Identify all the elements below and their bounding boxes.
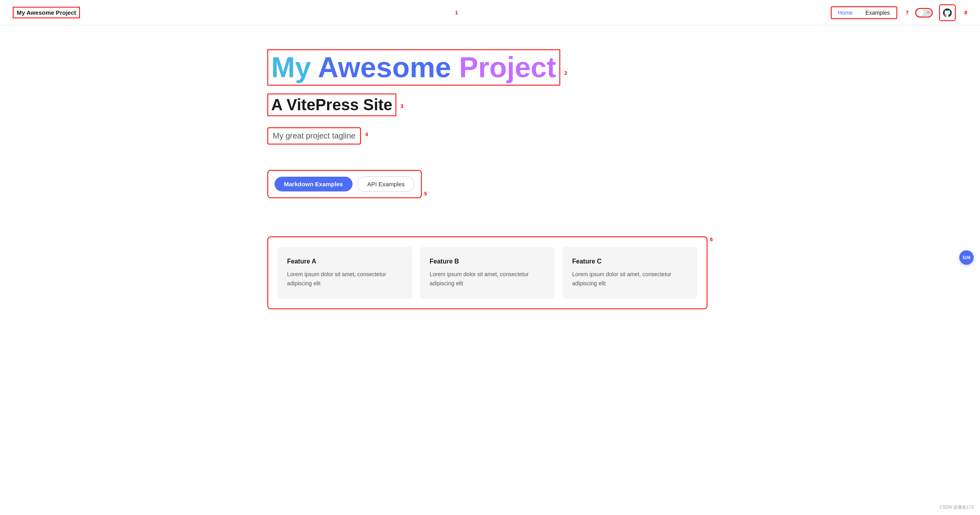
features-section: Feature A Lorem ipsum dolor sit amet, co… [267,236,708,309]
feature-b-description: Lorem ipsum dolor sit amet, consectetur … [430,270,545,288]
annotation-6: 6 [710,236,713,242]
hero-title-wrapper: My Awesome Project 2 [267,49,713,90]
annotation-7: 7 [906,10,909,16]
hero-tagline-wrapper: My great project tagline 4 [267,127,713,157]
github-button[interactable] [939,4,956,21]
footer-watermark: CSDN @鹿友173 [939,504,974,510]
feature-c-description: Lorem ipsum dolor sit amet, consectetur … [572,270,688,288]
hero-title-word-my: My [271,51,318,83]
sun-icon: ☀ [926,10,930,15]
brand-logo[interactable]: My Awesome Project [13,7,80,18]
btn-markdown-examples[interactable]: Markdown Examples [275,177,353,191]
navbar: My Awesome Project 1 Home Examples 7 ☀ 8 [0,0,980,25]
github-icon [943,8,952,17]
navbar-right: Home Examples 7 ☀ 8 [831,4,967,21]
annotation-4: 4 [365,131,368,137]
annotation-2: 2 [564,70,567,76]
main-content: My Awesome Project 2 A VitePress Site 3 … [251,25,729,341]
feature-card-c: Feature C Lorem ipsum dolor sit amet, co… [563,247,697,299]
floating-badge[interactable]: 51M [959,250,974,265]
hero-section: My Awesome Project 2 A VitePress Site 3 … [267,49,713,217]
annotation-5: 5 [424,191,427,197]
features-wrapper: Feature A Lorem ipsum dolor sit amet, co… [267,236,713,309]
feature-a-title: Feature A [287,258,403,265]
hero-title-word-awesome: Awesome [318,51,459,83]
feature-c-title: Feature C [572,258,688,265]
theme-toggle[interactable]: ☀ [915,8,933,18]
nav-link-examples[interactable]: Examples [859,7,896,18]
btn-api-examples[interactable]: API Examples [357,176,415,192]
cta-wrapper: Markdown Examples API Examples 5 [267,170,713,217]
feature-b-title: Feature B [430,258,545,265]
hero-title: My Awesome Project [267,49,560,86]
features-grid: Feature A Lorem ipsum dolor sit amet, co… [278,247,697,299]
hero-subtitle-wrapper: A VitePress Site 3 [267,94,713,123]
cta-buttons: Markdown Examples API Examples [267,170,422,198]
nav-link-home[interactable]: Home [832,7,859,18]
feature-card-a: Feature A Lorem ipsum dolor sit amet, co… [278,247,412,299]
feature-a-description: Lorem ipsum dolor sit amet, consectetur … [287,270,403,288]
hero-tagline: My great project tagline [267,127,361,144]
annotation-8: 8 [964,10,967,16]
hero-subtitle: A VitePress Site [267,94,397,116]
annotation-1: 1 [455,10,458,16]
feature-card-b: Feature B Lorem ipsum dolor sit amet, co… [420,247,555,299]
hero-title-word-project: Project [459,51,556,83]
nav-links: Home Examples [831,6,897,19]
annotation-3: 3 [401,103,403,109]
